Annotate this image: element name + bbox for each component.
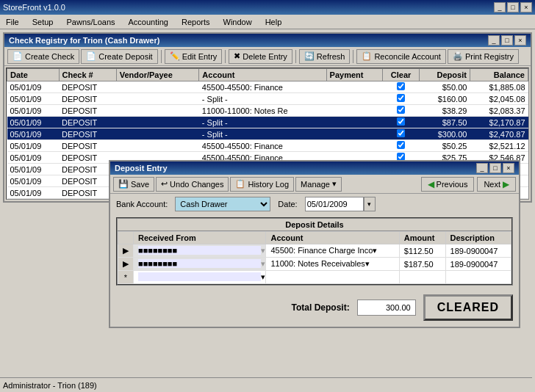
date-dropdown-icon[interactable]: ▾ xyxy=(364,197,376,211)
date-field[interactable]: ▾ xyxy=(305,197,376,211)
table-row[interactable]: 05/01/09DEPOSIT11000-11000: Notes Re$38.… xyxy=(7,105,528,117)
reconcile-button[interactable]: 📋 Reconcile Account xyxy=(356,49,446,64)
cell-amount: $112.50 xyxy=(399,244,445,258)
table-row[interactable]: 05/01/09DEPOSIT- Split -$300.00$2,470.87 xyxy=(7,128,528,140)
table-row[interactable]: 05/01/09DEPOSIT- Split -$87.50$2,170.87 xyxy=(7,117,528,128)
deposit-new-row[interactable]: *▾ xyxy=(118,271,511,284)
table-row[interactable]: 05/01/09DEPOSIT- Split -$160.00$2,045.08 xyxy=(7,93,528,105)
cell-clear[interactable] xyxy=(382,81,420,93)
deposit-close[interactable]: × xyxy=(503,163,514,173)
table-row[interactable]: 05/01/09DEPOSIT45500-45500: Finance$50.0… xyxy=(7,81,528,93)
cell-payment xyxy=(326,93,382,105)
deposit-maximize[interactable]: □ xyxy=(489,163,501,173)
total-deposit-label: Total Deposit: xyxy=(292,302,350,313)
detail-col-desc: Description xyxy=(445,232,511,244)
previous-button[interactable]: ◀ Previous xyxy=(421,177,475,192)
cell-account: - Split - xyxy=(199,93,326,105)
deposit-details-panel: Deposit Details Received From Account Am… xyxy=(116,217,513,286)
menu-help[interactable]: Help xyxy=(262,17,285,27)
delete-entry-button[interactable]: ✖ Delete Entry xyxy=(229,49,292,64)
cell-deposit: $50.00 xyxy=(420,81,470,93)
col-clear: Clear xyxy=(382,69,420,81)
deposit-row[interactable]: ▶▾45500: Finance Charge Inco▾$112.50189-… xyxy=(118,244,511,258)
menu-file[interactable]: File xyxy=(3,17,22,27)
detail-col-received: Received From xyxy=(134,232,266,244)
col-balance: Balance xyxy=(470,69,528,81)
account-dropdown-icon[interactable]: ▾ xyxy=(365,259,370,268)
menu-window[interactable]: Window xyxy=(220,17,255,27)
menu-setup[interactable]: Setup xyxy=(29,17,57,27)
delete-icon: ✖ xyxy=(234,51,240,61)
deposit-details-table: Received From Account Amount Description… xyxy=(118,231,511,284)
title-bar: StoreFront v1.0.0 _ □ × xyxy=(0,0,535,15)
deposit-footer: Total Deposit: 300.00 CLEARED xyxy=(110,288,519,327)
manage-button[interactable]: Manage ▾ xyxy=(295,177,342,192)
cleared-button[interactable]: CLEARED xyxy=(423,294,513,321)
minimize-btn[interactable]: _ xyxy=(494,2,506,12)
col-date: Date xyxy=(7,69,60,81)
cell-clear[interactable] xyxy=(382,117,420,128)
cell-received-from: ▾ xyxy=(134,258,266,271)
cell-account: 11000-11000: Notes Re xyxy=(199,105,326,117)
reconcile-icon: 📋 xyxy=(362,51,372,61)
cell-balance: $1,885.08 xyxy=(470,81,528,93)
menu-accounting[interactable]: Accounting xyxy=(126,17,171,27)
refresh-icon: 🔄 xyxy=(304,51,315,61)
deposit-toolbar: 💾 Save ↩ Undo Changes 📋 History Log Mana… xyxy=(110,175,519,194)
deposit-row[interactable]: ▶▾11000: Notes Receivables▾$187.50189-09… xyxy=(118,258,511,271)
status-text: Administrator - Trion (189) xyxy=(3,381,97,390)
deposit-minimize[interactable]: _ xyxy=(476,163,488,173)
date-input[interactable] xyxy=(305,197,364,211)
cell-date: 05/01/09 xyxy=(7,128,60,140)
cell-clear[interactable] xyxy=(382,140,420,152)
registry-maximize[interactable]: □ xyxy=(501,35,513,46)
received-from-dropdown-icon[interactable]: ▾ xyxy=(261,246,265,255)
print-button[interactable]: 🖨️ Print Registry xyxy=(448,49,519,64)
refresh-button[interactable]: 🔄 Refresh xyxy=(299,49,351,64)
history-button[interactable]: 📋 History Log xyxy=(230,177,294,192)
next-button[interactable]: Next ▶ xyxy=(477,177,516,192)
deposit-header: Bank Account: Cash Drawer Date: ▾ xyxy=(110,194,519,214)
cell-check: DEPOSIT xyxy=(59,93,116,105)
close-btn[interactable]: × xyxy=(520,2,532,12)
bank-account-dropdown[interactable]: Cash Drawer xyxy=(175,197,270,211)
menu-pawns-loans[interactable]: Pawns/Loans xyxy=(63,17,118,27)
menu-reports[interactable]: Reports xyxy=(179,17,213,27)
cell-description: 189-0900047 xyxy=(445,258,511,271)
account-dropdown-icon[interactable]: ▾ xyxy=(373,246,377,255)
cell-check: DEPOSIT xyxy=(59,140,116,152)
cell-check: DEPOSIT xyxy=(59,187,116,199)
cell-balance: $2,470.87 xyxy=(470,128,528,140)
registry-title: Check Registry for Trion (Cash Drawer) xyxy=(9,36,159,45)
table-row[interactable]: 05/01/09DEPOSIT45500-45500: Finance$50.2… xyxy=(7,140,528,152)
cell-payment xyxy=(326,117,382,128)
cell-clear[interactable] xyxy=(382,128,420,140)
create-deposit-icon: 📄 xyxy=(86,51,96,61)
maximize-btn[interactable]: □ xyxy=(507,2,519,12)
cell-deposit: $87.50 xyxy=(420,117,470,128)
registry-title-bar: Check Registry for Trion (Cash Drawer) _… xyxy=(4,34,531,47)
cell-check: DEPOSIT xyxy=(59,81,116,93)
print-icon: 🖨️ xyxy=(453,51,463,61)
create-check-button[interactable]: 📄 Create Check xyxy=(7,49,79,64)
save-button[interactable]: 💾 Save xyxy=(113,177,154,192)
deposit-details-header: Deposit Details xyxy=(118,219,511,231)
status-bar: Administrator - Trion (189) xyxy=(0,377,532,392)
undo-button[interactable]: ↩ Undo Changes xyxy=(156,177,229,192)
cell-check: DEPOSIT xyxy=(59,175,116,187)
new-row-dropdown-icon[interactable]: ▾ xyxy=(261,272,265,281)
cell-balance: $2,170.87 xyxy=(470,117,528,128)
cell-clear[interactable] xyxy=(382,93,420,105)
detail-col-account: Account xyxy=(266,232,399,244)
new-row-cell xyxy=(266,271,399,284)
edit-entry-button[interactable]: ✏️ Edit Entry xyxy=(165,49,223,64)
registry-minimize[interactable]: _ xyxy=(488,35,500,46)
received-from-dropdown-icon[interactable]: ▾ xyxy=(261,259,265,268)
toolbar-divider-2 xyxy=(225,50,226,63)
create-deposit-button[interactable]: 📄 Create Deposit xyxy=(81,49,157,64)
deposit-title: Deposit Entry xyxy=(115,164,168,173)
registry-toolbar: 📄 Create Check 📄 Create Deposit ✏️ Edit … xyxy=(4,47,531,66)
registry-close[interactable]: × xyxy=(514,35,526,46)
bank-account-select[interactable]: Cash Drawer xyxy=(175,197,270,211)
cell-clear[interactable] xyxy=(382,105,420,117)
